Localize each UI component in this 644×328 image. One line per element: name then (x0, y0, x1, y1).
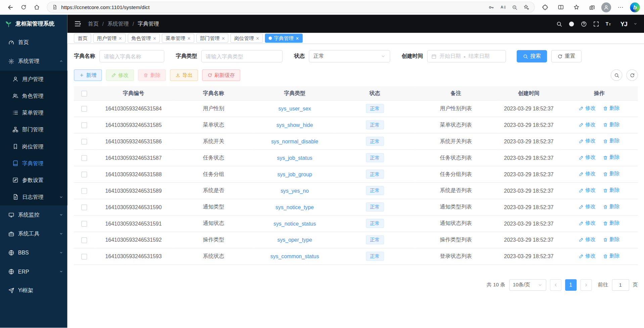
date-range-picker[interactable]: 开始日期 - 结束日期 (427, 50, 506, 62)
favorite-add-icon[interactable] (523, 4, 529, 10)
sidebar-item-system[interactable]: 系统管理 (0, 52, 67, 71)
sidebar-item-post[interactable]: 岗位管理 (0, 138, 67, 155)
help-button[interactable] (581, 21, 587, 27)
tab-dept[interactable]: 部门管理 × (196, 34, 228, 43)
close-tab-icon[interactable]: × (256, 36, 259, 41)
edit-row-button[interactable]: 修改 (579, 121, 596, 128)
delete-row-button[interactable]: 删除 (603, 253, 619, 260)
sidebar-item-user[interactable]: 用户管理 (0, 71, 67, 87)
status-select[interactable]: 正常 (309, 50, 390, 62)
edit-row-button[interactable]: 修改 (579, 105, 596, 112)
sidebar-item-role[interactable]: 角色管理 (0, 88, 67, 104)
edit-row-button[interactable]: 修改 (579, 171, 596, 178)
refresh-button[interactable] (17, 1, 30, 13)
delete-row-button[interactable]: 删除 (603, 138, 619, 145)
breadcrumb-item[interactable]: 字典管理 (138, 20, 159, 28)
breadcrumb-item[interactable]: 首页 (88, 20, 99, 28)
zoom-out-icon[interactable] (512, 4, 517, 10)
reset-button[interactable]: 重置 (551, 50, 582, 62)
close-tab-icon[interactable]: × (119, 36, 122, 41)
sidebar-item-bbs[interactable]: BBS (0, 243, 67, 262)
sidebar-item-tool[interactable]: 系统工具 (0, 224, 67, 243)
close-tab-icon[interactable]: × (296, 36, 299, 41)
tab-role[interactable]: 角色管理 × (128, 34, 160, 43)
row-checkbox[interactable] (81, 254, 87, 260)
close-tab-icon[interactable]: × (222, 36, 225, 41)
dict-name-input[interactable] (99, 50, 164, 62)
sidebar-item-yi[interactable]: Yi框架 (0, 281, 67, 300)
sidebar-item-config[interactable]: 参数设置 (0, 172, 67, 188)
dict-type-link[interactable]: sys_job_status (277, 155, 312, 161)
next-page-button[interactable] (580, 279, 592, 290)
edit-row-button[interactable]: 修改 (579, 220, 596, 227)
row-checkbox[interactable] (81, 122, 87, 128)
key-icon[interactable] (488, 4, 494, 10)
split-screen-button[interactable] (554, 1, 567, 13)
browser-menu-button[interactable] (614, 1, 627, 13)
close-tab-icon[interactable]: × (153, 36, 156, 41)
user-logo[interactable]: YJ (620, 20, 627, 28)
favorites-button[interactable] (570, 1, 583, 13)
row-checkbox[interactable] (81, 188, 87, 194)
delete-row-button[interactable]: 删除 (603, 121, 619, 128)
current-page-button[interactable]: 1 (565, 279, 577, 290)
sidebar-item-dict[interactable]: 字典管理 (0, 155, 67, 172)
delete-button[interactable]: 删除 (138, 69, 166, 81)
sidebar-item-monitor[interactable]: 系统监控 (0, 205, 67, 224)
dict-type-link[interactable]: sys_job_group (277, 171, 312, 177)
refresh-table-button[interactable] (626, 69, 638, 81)
font-size-button[interactable] (605, 20, 612, 27)
tab-user[interactable]: 用户管理 × (93, 34, 126, 43)
prev-page-button[interactable] (550, 279, 561, 290)
close-tab-icon[interactable]: × (187, 36, 190, 41)
delete-row-button[interactable]: 删除 (603, 236, 619, 243)
delete-row-button[interactable]: 删除 (603, 220, 619, 227)
goto-page-input[interactable] (612, 279, 629, 290)
dict-type-link[interactable]: sys_normal_disable (271, 138, 318, 144)
row-checkbox[interactable] (81, 106, 87, 111)
dict-type-link[interactable]: sys_yes_no (281, 187, 309, 193)
add-button[interactable]: 新增 (74, 69, 102, 81)
tab-menu[interactable]: 菜单管理 × (162, 34, 194, 43)
delete-row-button[interactable]: 删除 (603, 187, 619, 194)
refresh-cache-button[interactable]: 刷新缓存 (202, 69, 240, 81)
export-button[interactable]: 导出 (170, 69, 198, 81)
select-all-checkbox[interactable] (81, 91, 87, 96)
row-checkbox[interactable] (81, 204, 87, 210)
tab-home[interactable]: 首页 (74, 34, 91, 43)
user-menu-button[interactable] (633, 21, 637, 26)
sidebar-item-home[interactable]: 首页 (0, 33, 67, 52)
collections-button[interactable] (586, 1, 598, 13)
edit-row-button[interactable]: 修改 (579, 203, 596, 210)
profile-avatar[interactable] (601, 2, 611, 12)
tab-post[interactable]: 岗位管理 × (231, 34, 263, 43)
header-search-button[interactable] (556, 21, 562, 27)
delete-row-button[interactable]: 删除 (603, 203, 619, 210)
row-checkbox[interactable] (81, 221, 87, 227)
site-info-icon[interactable] (52, 4, 57, 10)
edit-row-button[interactable]: 修改 (579, 187, 596, 194)
toggle-search-button[interactable] (611, 69, 622, 81)
page-size-select[interactable]: 10条/页 (509, 279, 546, 290)
dict-type-link[interactable]: sys_notice_status (273, 220, 316, 226)
github-button[interactable] (568, 21, 574, 27)
sidebar-item-dept[interactable]: 部门管理 (0, 121, 67, 138)
extensions-button[interactable] (539, 1, 551, 13)
read-aloud-icon[interactable] (500, 4, 506, 10)
address-bar[interactable]: https://ccnetcore.com:1101/system/dict (47, 2, 535, 13)
sidebar-item-erp[interactable]: ERP (0, 262, 67, 281)
edit-row-button[interactable]: 修改 (579, 253, 596, 260)
search-button[interactable]: 搜索 (517, 50, 547, 62)
sidebar-item-menu[interactable]: 菜单管理 (0, 104, 67, 121)
edit-row-button[interactable]: 修改 (579, 236, 596, 243)
row-checkbox[interactable] (81, 172, 87, 177)
home-button[interactable] (31, 1, 43, 13)
delete-row-button[interactable]: 删除 (603, 105, 619, 112)
dict-type-link[interactable]: sys_oper_type (277, 237, 312, 243)
edit-row-button[interactable]: 修改 (579, 138, 596, 145)
back-button[interactable] (4, 1, 16, 13)
copilot-icon[interactable]: b (630, 2, 640, 12)
edit-button[interactable]: 修改 (106, 69, 134, 81)
sidebar-item-log[interactable]: 日志管理 (0, 188, 67, 205)
dict-type-link[interactable]: sys_notice_type (276, 204, 314, 210)
